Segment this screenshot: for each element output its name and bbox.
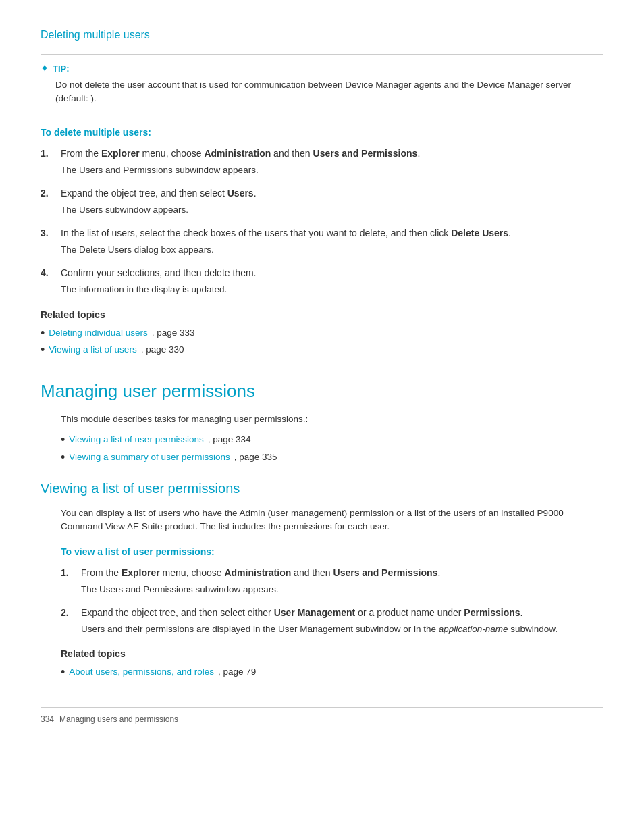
related-topics-heading-delete: Related topics	[41, 308, 603, 322]
managing-link-item-2: • Viewing a summary of user permissions,…	[61, 450, 603, 465]
managing-page-ref-2: , page 335	[234, 450, 277, 464]
view-step-1-bold-2: Administration	[224, 567, 291, 578]
viewing-list-permissions-heading: Viewing a list of user permissions	[41, 478, 603, 498]
step-3-note: The Delete Users dialog box appears.	[61, 243, 603, 257]
view-step-2-bold-1: User Management	[274, 607, 356, 618]
step-number-3: 3.	[41, 226, 54, 257]
managing-link-item-1: • Viewing a list of user permissions, pa…	[61, 433, 603, 448]
managing-link-2[interactable]: Viewing a summary of user permissions	[69, 450, 230, 464]
managing-page-ref-1: , page 334	[208, 433, 251, 446]
step-number-1: 1.	[41, 147, 54, 177]
related-topics-heading-view: Related topics	[61, 647, 603, 661]
related-list-delete: • Deleting individual users, page 333 • …	[41, 326, 603, 358]
bullet-m2: •	[61, 450, 65, 465]
view-step-number-2: 2.	[61, 606, 74, 636]
view-step-2-bold-2: Permissions	[464, 607, 520, 618]
page-ref-1-delete: , page 333	[152, 326, 195, 340]
step-content-3: In the list of users, select the check b…	[61, 226, 603, 257]
bullet-1: •	[41, 326, 45, 341]
page-ref-1-view: , page 79	[218, 665, 256, 679]
step-2-text: Expand the object tree, and then select …	[61, 188, 257, 199]
view-step-content-2: Expand the object tree, and then select …	[81, 606, 603, 636]
view-step-2-italic: application-name	[439, 624, 508, 634]
tip-label-text: TIP:	[53, 62, 70, 76]
view-step-1-bold-3: Users and Permissions	[333, 567, 438, 578]
bullet-v1: •	[61, 665, 65, 680]
view-step-1-note: The Users and Permissions subwindow appe…	[81, 583, 603, 596]
managing-permissions-links: • Viewing a list of user permissions, pa…	[61, 433, 603, 465]
tip-icon: ✦	[41, 61, 49, 76]
view-step-number-1: 1.	[61, 566, 74, 596]
view-step-content-1: From the Explorer menu, choose Administr…	[81, 566, 603, 596]
step-1-bold-1: Explorer	[101, 148, 140, 159]
step-1-note: The Users and Permissions subwindow appe…	[61, 163, 603, 177]
step-1-text: From the Explorer menu, choose Administr…	[61, 148, 420, 159]
viewing-list-description: You can display a list of users who have…	[61, 506, 603, 534]
related-item-2-delete: • Viewing a list of users, page 330	[41, 343, 603, 358]
footer-page-number: 334	[41, 713, 54, 725]
step-1-delete-multiple: 1. From the Explorer menu, choose Admini…	[41, 147, 603, 177]
bullet-m1: •	[61, 433, 65, 448]
managing-user-permissions-heading: Managing user permissions	[41, 378, 603, 405]
section-heading-deleting-multiple-users: Deleting multiple users	[41, 27, 603, 43]
tip-box: ✦ TIP: Do not delete the user account th…	[41, 54, 603, 113]
related-link-2-delete[interactable]: Viewing a list of users	[49, 343, 136, 357]
tip-text: Do not delete the user account that is u…	[55, 78, 603, 106]
managing-link-1[interactable]: Viewing a list of user permissions	[69, 433, 203, 446]
steps-list-view-permissions: 1. From the Explorer menu, choose Admini…	[61, 566, 603, 637]
step-content-4: Confirm your selections, and then delete…	[61, 266, 603, 296]
related-item-1-delete: • Deleting individual users, page 333	[41, 326, 603, 341]
related-link-1-view[interactable]: About users, permissions, and roles	[69, 665, 214, 679]
step-3-bold-1: Delete Users	[451, 228, 508, 238]
step-3-delete-multiple: 3. In the list of users, select the chec…	[41, 226, 603, 257]
related-link-1-delete[interactable]: Deleting individual users	[49, 326, 147, 340]
step-1-bold-2: Administration	[204, 148, 271, 159]
footer: 334 Managing users and permissions	[41, 707, 603, 725]
step-2-view-permissions: 2. Expand the object tree, and then sele…	[61, 606, 603, 636]
step-1-view-permissions: 1. From the Explorer menu, choose Admini…	[61, 566, 603, 596]
step-content-2: Expand the object tree, and then select …	[61, 186, 603, 217]
step-2-bold-1: Users	[227, 188, 254, 199]
step-4-delete-multiple: 4. Confirm your selections, and then del…	[41, 266, 603, 296]
step-number-2: 2.	[41, 186, 54, 217]
view-step-2-note: Users and their permissions are displaye…	[81, 623, 603, 636]
step-content-1: From the Explorer menu, choose Administr…	[61, 147, 603, 177]
step-number-4: 4.	[41, 266, 54, 296]
tip-label: ✦ TIP:	[41, 61, 603, 76]
footer-page-text: Managing users and permissions	[59, 713, 178, 725]
step-2-delete-multiple: 2. Expand the object tree, and then sele…	[41, 186, 603, 217]
view-step-1-text: From the Explorer menu, choose Administr…	[81, 567, 440, 578]
procedure-heading-delete-multiple: To delete multiple users:	[41, 126, 603, 140]
bullet-2: •	[41, 343, 45, 358]
page-ref-2-delete: , page 330	[141, 343, 184, 357]
managing-permissions-intro: This module describes tasks for managing…	[61, 413, 603, 426]
step-4-text: Confirm your selections, and then delete…	[61, 267, 257, 278]
step-3-text: In the list of users, select the check b…	[61, 228, 511, 238]
related-list-view: • About users, permissions, and roles , …	[61, 665, 603, 680]
related-item-1-view: • About users, permissions, and roles , …	[61, 665, 603, 680]
step-1-bold-3: Users and Permissions	[313, 148, 418, 159]
steps-list-delete-multiple: 1. From the Explorer menu, choose Admini…	[41, 147, 603, 297]
view-step-1-bold-1: Explorer	[122, 567, 160, 578]
procedure-heading-view-list: To view a list of user permissions:	[61, 545, 603, 559]
step-2-note: The Users subwindow appears.	[61, 203, 603, 217]
view-step-2-text: Expand the object tree, and then select …	[81, 607, 523, 618]
step-4-note: The information in the display is update…	[61, 283, 603, 296]
